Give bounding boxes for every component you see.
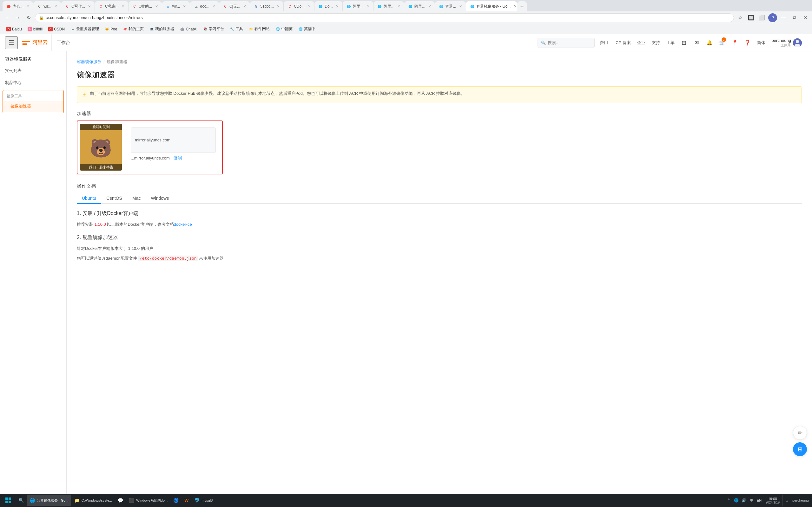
browser-tab-4[interactable]: C C私密... × bbox=[95, 1, 128, 11]
taskbar-clock[interactable]: 19:08 2024/1/19 bbox=[763, 495, 782, 506]
tab-close-5[interactable]: × bbox=[155, 4, 158, 9]
tray-network[interactable]: 🌐 bbox=[733, 495, 740, 506]
hamburger-button[interactable]: ☰ bbox=[5, 37, 18, 49]
tab-close-14[interactable]: × bbox=[428, 4, 431, 9]
tab-close-9[interactable]: × bbox=[277, 4, 280, 9]
taskbar-mysql[interactable]: 🐬 mysql8 bbox=[192, 495, 215, 506]
bookmark-cloud[interactable]: ☁ 云服务器管理 bbox=[68, 26, 102, 32]
omnibox[interactable]: 🔒 cr.console.aliyun.com/cn-hangzhou/inst… bbox=[35, 13, 734, 22]
taskbar-chrome[interactable]: 🌐 容器镜像服务 - Go... bbox=[27, 495, 71, 506]
tab-close-8[interactable]: × bbox=[243, 4, 246, 9]
search-input[interactable] bbox=[548, 40, 591, 45]
minimize-button[interactable]: — bbox=[779, 13, 788, 22]
nav-app-icon[interactable]: ⊞ bbox=[678, 34, 690, 51]
browser-tab-11[interactable]: 🌐 Do... × bbox=[314, 1, 342, 11]
tab-windows[interactable]: Windows bbox=[146, 193, 174, 204]
grid-float-button[interactable]: ⊞ bbox=[793, 442, 807, 456]
breadcrumb-link-service[interactable]: 容器镜像服务 bbox=[77, 59, 102, 65]
browser-tab-new[interactable]: + bbox=[517, 1, 527, 11]
bookmark-csdn[interactable]: C CSDN bbox=[46, 26, 67, 32]
browser-tab-1[interactable]: 🔴 内心... × bbox=[3, 1, 33, 11]
forward-button[interactable]: → bbox=[13, 13, 22, 22]
taskbar-wechat[interactable]: 💬 bbox=[115, 495, 125, 506]
bookmark-study[interactable]: 📚 学习平台 bbox=[201, 26, 226, 32]
docker-ce-link[interactable]: docker-ce bbox=[174, 222, 192, 227]
tab-close-16[interactable]: × bbox=[514, 4, 516, 9]
tray-volume[interactable]: 🔊 bbox=[740, 495, 748, 506]
bookmark-myserver[interactable]: 💻 我的服务器 bbox=[147, 26, 177, 32]
bookmark-chatai[interactable]: 🤖 ChatAI bbox=[177, 26, 200, 32]
sidebar-mirror-accelerator[interactable]: 镜像加速器 bbox=[3, 101, 63, 112]
bookmark-bilibili[interactable]: b bilibili bbox=[25, 26, 45, 32]
browser-tab-3[interactable]: C C写作... × bbox=[61, 1, 95, 11]
bookmark-github[interactable]: 🐙 我的主页 bbox=[120, 26, 146, 32]
nav-search-box[interactable]: 🔍 bbox=[538, 38, 595, 48]
tab-close-3[interactable]: × bbox=[88, 4, 91, 9]
taskbar-explorer[interactable]: 📁 C:\Windows\syste... bbox=[72, 495, 115, 506]
taskbar-search[interactable]: 🔍 bbox=[16, 495, 26, 506]
tab-close-15[interactable]: × bbox=[459, 4, 462, 9]
nav-help-icon[interactable]: ❓ bbox=[742, 34, 753, 51]
tray-ime-en[interactable]: EN bbox=[756, 495, 763, 506]
browser-tab-14[interactable]: 🌐 阿里... × bbox=[404, 1, 435, 11]
nav-fee-link[interactable]: 费用 bbox=[597, 34, 610, 51]
profile-button[interactable]: P bbox=[768, 13, 777, 22]
nav-support-link[interactable]: 支持 bbox=[649, 34, 663, 51]
tab-search-button[interactable]: 🔲 bbox=[747, 13, 756, 22]
tab-close-4[interactable]: × bbox=[122, 4, 124, 9]
tab-close-6[interactable]: × bbox=[183, 4, 186, 9]
nav-bell-icon[interactable]: 🔔 bbox=[704, 34, 715, 51]
bookmark-poe[interactable]: 🐱 Poe bbox=[102, 26, 120, 32]
browser-tab-9[interactable]: 5 51doc... × bbox=[250, 1, 283, 11]
nav-location-icon[interactable]: 📍 bbox=[729, 34, 741, 51]
workspace-nav[interactable]: 工作台 bbox=[51, 34, 75, 51]
nav-cart-icon[interactable]: 🛒 2 bbox=[716, 34, 728, 51]
browser-tab-16-active[interactable]: 🌐 容器镜像服务 - Go... × bbox=[466, 1, 517, 11]
nav-user-area[interactable]: percheung 主账号 bbox=[769, 34, 804, 51]
browser-tab-5[interactable]: C C赞助... × bbox=[129, 1, 162, 11]
nav-ticket-link[interactable]: 工单 bbox=[664, 34, 677, 51]
nav-icp-link[interactable]: ICP 备案 bbox=[612, 34, 633, 51]
restore-button[interactable]: ⧉ bbox=[790, 13, 799, 22]
tab-close-7[interactable]: × bbox=[213, 4, 215, 9]
tab-close-1[interactable]: × bbox=[27, 4, 29, 9]
bookmark-baidu[interactable]: B Baidu bbox=[4, 26, 24, 32]
bookmark-zh2en[interactable]: 🌐 中翻英 bbox=[273, 26, 295, 32]
reload-button[interactable]: ↻ bbox=[24, 13, 33, 22]
tab-ubuntu[interactable]: Ubuntu bbox=[77, 193, 101, 204]
taskbar-wps[interactable]: W bbox=[182, 495, 191, 506]
browser-tab-10[interactable]: C CDo... × bbox=[284, 1, 314, 11]
taskbar-app1[interactable]: 🌀 bbox=[171, 495, 181, 506]
nav-language[interactable]: 简体 bbox=[755, 34, 768, 51]
browser-tab-13[interactable]: 🌐 阿里... × bbox=[373, 1, 404, 11]
browser-tab-7[interactable]: ☁ doc... × bbox=[190, 1, 219, 11]
browser-tab-6[interactable]: w wir... × bbox=[162, 1, 190, 11]
tray-up-arrow[interactable]: ^ bbox=[725, 495, 733, 506]
tab-centos[interactable]: CentOS bbox=[101, 193, 127, 204]
tab-close-2[interactable]: × bbox=[55, 4, 57, 9]
bookmark-en2zh[interactable]: 🌐 英翻中 bbox=[296, 26, 318, 32]
browser-tab-2[interactable]: C wir... × bbox=[33, 1, 61, 11]
close-button[interactable]: ✕ bbox=[801, 13, 809, 22]
nav-message-icon[interactable]: ✉ bbox=[691, 34, 703, 51]
nav-enterprise-link[interactable]: 企业 bbox=[635, 34, 648, 51]
start-button[interactable] bbox=[1, 495, 15, 506]
tab-close-12[interactable]: × bbox=[367, 4, 369, 9]
taskbar-terminal[interactable]: ⬛ Windows系统的do... bbox=[126, 495, 170, 506]
bookmark-tools[interactable]: 🔧 工具 bbox=[227, 26, 246, 32]
tab-close-11[interactable]: × bbox=[336, 4, 339, 9]
sidebar-item-products[interactable]: 制品中心 bbox=[0, 77, 66, 89]
sidebar-item-instances[interactable]: 实例列表 bbox=[0, 65, 66, 77]
tray-ime-zh[interactable]: 中 bbox=[748, 495, 756, 506]
bookmark-software[interactable]: 📁 软件网站 bbox=[246, 26, 272, 32]
tab-mac[interactable]: Mac bbox=[127, 193, 146, 204]
edit-float-button[interactable]: ✏ bbox=[793, 426, 807, 440]
bookmark-button[interactable]: ☆ bbox=[736, 13, 745, 22]
tab-close-10[interactable]: × bbox=[308, 4, 310, 9]
browser-tab-8[interactable]: C C[无... × bbox=[219, 1, 250, 11]
back-button[interactable]: ← bbox=[3, 13, 11, 22]
split-button[interactable]: ⬜ bbox=[757, 13, 766, 22]
tray-show-desktop[interactable]: □ bbox=[782, 495, 790, 506]
tab-close-13[interactable]: × bbox=[398, 4, 400, 9]
browser-tab-15[interactable]: 🌐 容器... × bbox=[435, 1, 465, 11]
